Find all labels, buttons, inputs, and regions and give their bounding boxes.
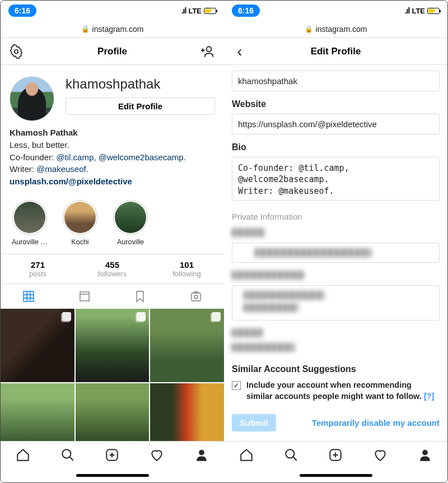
multi-post-icon [62, 312, 71, 321]
settings-button[interactable] [3, 44, 30, 59]
plus-square-icon [105, 448, 119, 462]
bio-cofounder-prefix: Co-founder: [10, 152, 56, 162]
username: khamoshpathak [66, 76, 215, 92]
search-icon [60, 448, 75, 462]
svg-point-9 [286, 449, 294, 458]
redacted-label [232, 328, 263, 337]
bottom-nav [224, 441, 447, 468]
discover-people-button[interactable] [195, 44, 222, 59]
url-domain: instagram.com [316, 25, 367, 34]
avatar[interactable] [10, 76, 54, 121]
stat-posts[interactable]: 271 posts [1, 254, 75, 284]
website-input[interactable] [232, 114, 440, 134]
bio-input[interactable]: Co-founder: @til.camp, @welcome2basecamp… [232, 157, 440, 201]
nav-new-post[interactable] [314, 442, 358, 468]
nav-new-post[interactable] [90, 442, 135, 468]
nav-search[interactable] [45, 442, 90, 468]
nav-activity[interactable] [134, 442, 179, 468]
svg-point-11 [422, 449, 428, 455]
svg-point-5 [194, 295, 198, 299]
nav-home[interactable] [1, 442, 45, 468]
battery-icon: ⚡ [427, 8, 440, 14]
home-indicator[interactable] [224, 468, 447, 482]
bio-writer-line: Writer: @makeuseof. [10, 163, 215, 175]
photo-grid [1, 309, 224, 441]
photo-thumb[interactable] [150, 383, 224, 441]
bio-cofounder-line: Co-founder: @til.camp, @welcome2basecamp… [10, 151, 215, 164]
stat-followers[interactable]: 455 followers [75, 254, 150, 284]
nav-title: Edit Profile [311, 46, 361, 57]
highlights-row: Auroville … Kochi Auroville [1, 197, 224, 254]
edit-form: Website Bio Co-founder: @til.camp, @welc… [224, 65, 447, 441]
bio-sep: , [94, 152, 98, 162]
tab-feed[interactable] [57, 290, 113, 303]
bio-period: . [184, 152, 186, 162]
highlight-label: Kochi [60, 238, 100, 246]
bio-link-makeuseof[interactable]: @makeuseof [36, 164, 86, 174]
status-time: 6:16 [8, 4, 36, 17]
svg-point-1 [207, 47, 212, 52]
back-button[interactable]: ‹ [226, 44, 253, 59]
highlight-item[interactable]: Auroville [110, 200, 151, 246]
similar-accounts-text: Include your account when recommending s… [246, 380, 440, 402]
multi-post-icon [212, 312, 221, 321]
photo-thumb[interactable] [76, 309, 150, 383]
bio-block: Khamosh Pathak Less, but better. Co-foun… [1, 127, 224, 197]
similar-accounts-title: Similar Account Suggestions [232, 364, 440, 374]
bookmark-icon [133, 290, 147, 303]
home-indicator[interactable] [1, 468, 224, 482]
highlight-item[interactable]: Auroville … [10, 200, 50, 246]
feed-icon [78, 290, 91, 303]
nav-profile[interactable] [403, 442, 447, 468]
help-link[interactable]: [?] [424, 392, 435, 401]
submit-button[interactable]: Submit [232, 414, 276, 431]
stat-label: posts [1, 270, 75, 278]
nav-header: Profile [1, 38, 224, 65]
edit-profile-button[interactable]: Edit Profile [66, 97, 215, 115]
redacted-input[interactable] [232, 243, 440, 263]
bio-website-link[interactable]: unsplash.com/@pixeldetective [10, 175, 215, 188]
signal-icon: .ıl [405, 6, 410, 15]
photo-thumb[interactable] [1, 309, 74, 383]
bio-link-tilcamp[interactable]: @til.camp [56, 152, 94, 162]
highlight-label: Auroville … [10, 238, 50, 246]
username-input[interactable] [232, 71, 440, 91]
lock-icon: 🔒 [305, 25, 313, 33]
bio-label: Bio [232, 142, 440, 152]
stat-label: following [150, 270, 224, 278]
stat-num: 271 [1, 260, 75, 270]
nav-title: Profile [97, 46, 127, 57]
multi-post-icon [137, 312, 146, 321]
highlight-circle [63, 200, 97, 235]
url-bar[interactable]: 🔒 instagram.com [224, 21, 447, 38]
nav-search[interactable] [269, 442, 314, 468]
tab-tagged[interactable] [168, 290, 224, 303]
photo-thumb[interactable] [76, 383, 150, 441]
tab-saved[interactable] [113, 290, 169, 303]
nav-profile[interactable] [179, 442, 224, 468]
user-icon [194, 448, 209, 462]
similar-accounts-checkbox[interactable]: ✓ [232, 381, 241, 390]
nav-header: ‹ Edit Profile [224, 38, 447, 65]
redacted-input[interactable] [232, 285, 440, 321]
nav-home[interactable] [224, 442, 269, 468]
highlight-label: Auroville [110, 238, 151, 246]
url-bar[interactable]: 🔒 instagram.com [1, 21, 224, 38]
profile-top: khamoshpathak Edit Profile [1, 65, 224, 127]
view-tabs [1, 284, 224, 309]
url-domain: instagram.com [92, 25, 144, 34]
disable-account-link[interactable]: Temporarily disable my account [312, 418, 440, 428]
redacted-label [232, 271, 305, 280]
highlight-item[interactable]: Kochi [60, 200, 100, 246]
stat-following[interactable]: 101 following [150, 254, 224, 284]
photo-thumb[interactable] [1, 383, 74, 441]
redacted-value [232, 343, 295, 352]
battery-icon: ⚡ [204, 8, 216, 14]
bio-link-basecamp[interactable]: @welcome2basecamp [99, 152, 184, 162]
home-icon [16, 448, 30, 462]
tab-grid[interactable] [1, 290, 57, 303]
nav-activity[interactable] [358, 442, 403, 468]
add-user-icon [201, 44, 216, 59]
status-time: 6:16 [232, 4, 260, 17]
photo-thumb[interactable] [150, 309, 224, 383]
